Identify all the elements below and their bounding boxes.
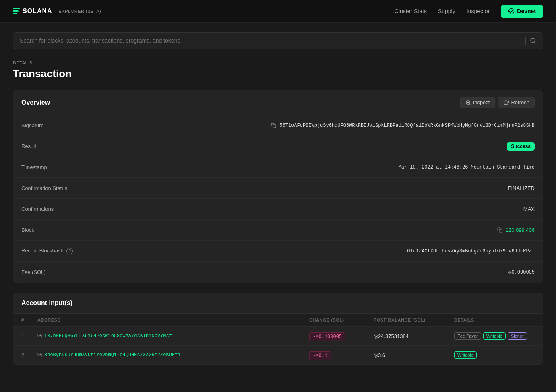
timestamp-value: Mar 10, 2022 at 14:46:26 Mountain Standa…	[399, 165, 535, 170]
confirmations-label: Confirmations	[21, 206, 54, 212]
account-row-2: 2 BnoByn5KuruumXVutiYevbmQiTc4QuHEsZXXGR…	[13, 346, 543, 365]
account-addr-1: 137bNE6gB6YFLXu164PesR1oC8cWzA7dsKTKmDbV…	[37, 333, 309, 339]
col-num: #	[21, 318, 37, 322]
confirmation-status-row: Confirmation Status FINALIZED	[13, 178, 543, 199]
solana-wordmark: SOLANA	[23, 8, 52, 15]
signature-label: Signature	[21, 122, 44, 128]
nav-left: SOLANA EXPLORER (BETA)	[13, 8, 101, 15]
svg-rect-7	[273, 125, 276, 128]
blockhash-value: G1n1ZACfXULtPevWAySmBubgZnGhybf679dv6JJc…	[407, 248, 535, 254]
supply-link[interactable]: Supply	[438, 8, 455, 14]
timestamp-row: Timestamp Mar 10, 2022 at 14:46:26 Mount…	[13, 157, 543, 178]
devnet-button[interactable]: Devnet	[501, 5, 543, 18]
account-badges-1: Fee Payer Writable Signer	[454, 332, 535, 340]
nav-right: Cluster Stats Supply Inspector Devnet	[395, 5, 543, 18]
svg-line-4	[469, 103, 470, 105]
signer-badge: Signer	[508, 332, 527, 340]
svg-point-1	[531, 38, 535, 43]
account-balance-2: ◎3.6	[374, 352, 454, 358]
search-divider	[525, 37, 526, 45]
confirmation-status-label: Confirmation Status	[21, 185, 67, 191]
account-row-1: 1 137bNE6gB6YFLXu164PesR1oC8cWzA7dsKTKmD…	[13, 327, 543, 346]
account-addr-2: BnoByn5KuruumXVutiYevbmQiTc4QuHEsZXXGRm2…	[37, 352, 309, 358]
confirmations-row: Confirmations MAX	[13, 199, 543, 220]
signature-row: Signature 56T1oAFcP8EWpjqSy6hqUFQ6WRkRBE…	[13, 115, 543, 136]
devnet-label: Devnet	[517, 8, 536, 14]
inspect-label: Inspect	[473, 99, 490, 105]
writable-badge-1: Writable	[483, 332, 506, 340]
svg-rect-9	[39, 336, 42, 338]
result-value: Success	[507, 142, 535, 151]
accounts-card: Account Input(s) # ADDRESS CHANGE (SOL) …	[13, 293, 543, 365]
copy-addr2-icon[interactable]	[37, 353, 42, 357]
copy-icon[interactable]	[271, 123, 276, 128]
overview-card: Overview Inspect Refresh Signature	[13, 90, 543, 283]
fee-payer-badge: Fee Payer	[454, 332, 481, 340]
search-bar	[13, 32, 543, 49]
overview-title: Overview	[21, 99, 50, 106]
change-badge-1: -◎0.100005	[309, 332, 345, 341]
inspect-icon	[465, 100, 471, 105]
account-badges-2: Writable	[454, 351, 535, 359]
explorer-beta-label: EXPLORER (BETA)	[59, 9, 101, 14]
solana-logo: SOLANA	[13, 8, 52, 15]
account-balance-1: ◎24.37531384	[374, 333, 454, 339]
account-change-1: -◎0.100005	[309, 333, 374, 340]
fee-row: Fee (SOL) ◎0.000005	[13, 262, 543, 283]
blockhash-label: Recent Blockhash ?	[21, 248, 73, 254]
search-icon-button[interactable]	[530, 37, 536, 44]
page-title: Transaction	[13, 68, 543, 80]
signature-hash: 56T1oAFcP8EWpjqSy6hqUFQ6WRkRBEJViSpkLRBP…	[279, 123, 535, 128]
account-num-2: 2	[21, 352, 37, 358]
search-icon	[530, 37, 536, 44]
success-badge: Success	[507, 142, 535, 151]
block-value: 120,099,406	[497, 227, 535, 233]
inspect-button[interactable]: Inspect	[460, 97, 495, 108]
breadcrumb: DETAILS	[13, 60, 543, 65]
inspector-link[interactable]: Inspector	[467, 8, 490, 14]
overview-card-header: Overview Inspect Refresh	[13, 90, 543, 115]
block-row: Block 120,099,406	[13, 220, 543, 241]
svg-line-2	[534, 42, 535, 43]
search-wrapper	[0, 23, 556, 49]
signature-value: 56T1oAFcP8EWpjqSy6hqUFQ6WRkRBEJViSpkLRBP…	[271, 123, 535, 128]
svg-rect-8	[499, 229, 502, 232]
result-label: Result	[21, 143, 36, 149]
col-post-balance: POST BALANCE (SOL)	[374, 318, 454, 322]
accounts-card-header: Account Input(s)	[13, 293, 543, 314]
col-change: CHANGE (SOL)	[309, 318, 374, 322]
account-change-2: -◎0.1	[309, 352, 374, 359]
writable-badge-2: Writable	[454, 351, 477, 359]
block-link[interactable]: 120,099,406	[506, 227, 535, 233]
card-actions: Inspect Refresh	[460, 97, 535, 108]
solana-bars-icon	[13, 8, 20, 14]
navbar: SOLANA EXPLORER (BETA) Cluster Stats Sup…	[0, 0, 556, 23]
col-details: DETAILS	[454, 318, 535, 322]
refresh-icon	[503, 100, 509, 105]
change-badge-2: -◎0.1	[309, 351, 331, 360]
col-address: ADDRESS	[37, 318, 309, 322]
search-input[interactable]	[20, 37, 521, 44]
timestamp-label: Timestamp	[21, 164, 47, 170]
refresh-label: Refresh	[511, 99, 529, 105]
page-header: DETAILS Transaction	[0, 49, 556, 80]
copy-addr1-icon[interactable]	[37, 334, 42, 338]
account-link-2[interactable]: BnoByn5KuruumXVutiYevbmQiTc4QuHEsZXXGRm2…	[44, 352, 180, 358]
fee-label: Fee (SOL)	[21, 269, 46, 275]
fee-value: ◎0.000005	[508, 269, 535, 275]
accounts-table-header: # ADDRESS CHANGE (SOL) POST BALANCE (SOL…	[13, 314, 543, 327]
check-icon	[508, 8, 515, 14]
refresh-button[interactable]: Refresh	[498, 97, 535, 108]
blockhash-help-icon[interactable]: ?	[66, 248, 73, 254]
confirmation-status-value: FINALIZED	[508, 185, 535, 191]
result-row: Result Success	[13, 136, 543, 157]
account-link-1[interactable]: 137bNE6gB6YFLXu164PesR1oC8cWzA7dsKTKmDbV…	[44, 333, 172, 339]
cluster-stats-link[interactable]: Cluster Stats	[395, 8, 427, 14]
accounts-title: Account Input(s)	[21, 299, 72, 307]
copy-block-icon[interactable]	[497, 227, 502, 233]
svg-rect-10	[39, 355, 42, 357]
block-label: Block	[21, 227, 34, 233]
confirmations-value: MAX	[523, 206, 535, 212]
blockhash-row: Recent Blockhash ? G1n1ZACfXULtPevWAySmB…	[13, 241, 543, 262]
account-num-1: 1	[21, 333, 37, 339]
